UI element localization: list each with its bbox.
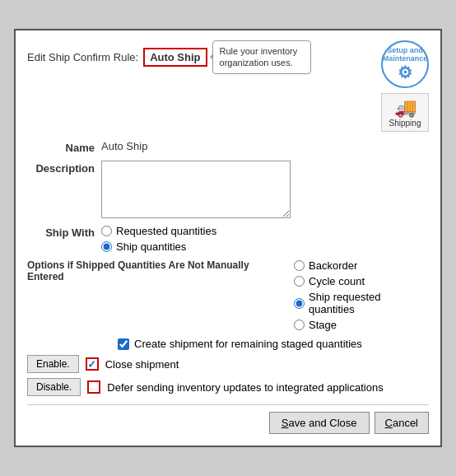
dialog-title-prefix: Edit Ship Confirm Rule: <box>27 51 138 63</box>
enable-disable-section: Enable. Close shipment Disable. Defer se… <box>27 355 429 396</box>
option-ship-requested: Ship requested quantities <box>294 291 429 315</box>
name-value: Auto Ship <box>101 140 147 152</box>
ship-with-radio-requested[interactable] <box>101 226 112 236</box>
header-icons: Setup and Maintenance ⚙ 🚚 Shipping <box>381 40 429 132</box>
description-row: Description <box>27 161 429 218</box>
ship-with-options: Requested quantities Ship quantities <box>101 225 216 253</box>
footer-divider <box>27 404 429 405</box>
ship-with-label-requested: Requested quantities <box>116 225 216 237</box>
option-label-stage: Stage <box>309 319 337 331</box>
name-label: Name <box>27 140 101 154</box>
option-stage: Stage <box>294 319 429 331</box>
shipping-button[interactable]: 🚚 Shipping <box>381 93 429 132</box>
tooltip-bubble: Rule your inventory organization uses. <box>212 40 311 74</box>
description-label: Description <box>27 161 101 175</box>
close-shipment-label: Close shipment <box>105 358 179 371</box>
disable-row: Disable. Defer sending inventory updates… <box>27 378 429 396</box>
option-radio-stage[interactable] <box>294 320 305 330</box>
defer-checkbox[interactable] <box>87 380 100 394</box>
option-label-ship-requested: Ship requested quantities <box>309 291 429 315</box>
ship-with-label: Ship With <box>27 225 101 239</box>
disable-button[interactable]: Disable. <box>27 378 81 396</box>
description-input[interactable] <box>101 161 291 218</box>
footer-row: Save and Close Cancel <box>27 412 429 434</box>
ship-with-label-ship-quantities: Ship quantities <box>116 240 186 253</box>
enable-button[interactable]: Enable. <box>27 355 79 373</box>
option-radio-ship-requested[interactable] <box>294 298 305 309</box>
setup-line2: Maintenance <box>383 54 428 63</box>
ship-with-row: Ship With Requested quantities Ship quan… <box>27 225 429 253</box>
close-shipment-checkbox[interactable] <box>86 357 99 371</box>
setup-line1: Setup and <box>387 46 423 54</box>
truck-icon: 🚚 <box>394 97 416 119</box>
option-radio-cycle-count[interactable] <box>294 276 305 287</box>
create-shipment-checkbox[interactable] <box>118 338 129 350</box>
ship-with-option-1: Ship quantities <box>101 240 216 253</box>
cancel-button[interactable]: Cancel <box>375 412 429 434</box>
edit-ship-confirm-dialog: Edit Ship Confirm Rule: Auto Ship Rule y… <box>14 29 442 447</box>
options-radio-group: Backorder Cycle count Ship requested qua… <box>294 259 429 331</box>
dialog-header: Edit Ship Confirm Rule: Auto Ship Rule y… <box>27 40 429 132</box>
create-shipment-row: Create shipment for remaining staged qua… <box>118 338 429 350</box>
cancel-label: Cancel <box>385 417 418 429</box>
create-shipment-label: Create shipment for remaining staged qua… <box>134 338 362 350</box>
save-and-close-button[interactable]: Save and Close <box>269 412 370 434</box>
options-label: Options if Shipped Quantities Are Not Ma… <box>27 259 294 282</box>
option-label-backorder: Backorder <box>309 259 357 272</box>
shipping-label: Shipping <box>389 119 421 128</box>
header-left: Edit Ship Confirm Rule: Auto Ship Rule y… <box>27 40 311 74</box>
option-cycle-count: Cycle count <box>294 275 429 287</box>
option-radio-backorder[interactable] <box>294 260 305 271</box>
rule-name-badge: Auto Ship <box>143 48 207 67</box>
option-backorder: Backorder <box>294 259 429 272</box>
name-row: Name Auto Ship <box>27 140 429 154</box>
option-label-cycle-count: Cycle count <box>309 275 365 287</box>
save-label: Save and Close <box>282 417 357 429</box>
options-section: Options if Shipped Quantities Are Not Ma… <box>27 259 429 331</box>
ship-with-option-0: Requested quantities <box>101 225 216 237</box>
enable-row: Enable. Close shipment <box>27 355 429 373</box>
defer-label: Defer sending inventory updates to integ… <box>107 381 383 394</box>
ship-with-radio-ship-quantities[interactable] <box>101 241 112 252</box>
gear-icon: ⚙ <box>398 63 412 82</box>
setup-maintenance-button[interactable]: Setup and Maintenance ⚙ <box>381 40 429 88</box>
